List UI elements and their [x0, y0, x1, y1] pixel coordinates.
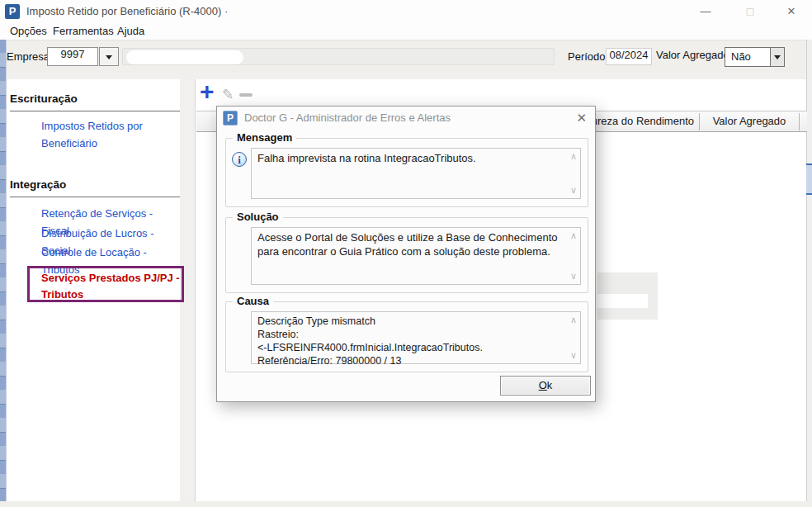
info-icon: i: [232, 152, 247, 167]
solucao-text: Acesse o Portal de Soluções e utilize a …: [257, 230, 562, 258]
sidebar-item-servicos-prestados[interactable]: Serviços Prestados PJ/PJ - Tributos: [41, 270, 180, 303]
filter-toolbar: Empresa: 9997 Período: 08/2024 Valor Agr…: [0, 40, 812, 73]
ok-button-rest: k: [547, 379, 553, 391]
menu-ferramentas[interactable]: Ferramentas: [53, 23, 114, 40]
valor-agregado-select[interactable]: Não: [725, 47, 785, 67]
group-solucao: Solução Acesse o Portal de Soluções e ut…: [225, 217, 588, 293]
section-title-integracao: Integração: [10, 178, 66, 191]
background-remnant-field: [597, 294, 648, 308]
dialog-title-bar: P Doctor G - Administrador de Erros e Al…: [217, 107, 595, 130]
remove-icon[interactable]: [239, 93, 253, 97]
periodo-input[interactable]: 08/2024: [606, 48, 652, 65]
scroll-up-icon[interactable]: ∧: [570, 231, 577, 240]
section-title-escrituracao: Escrituração: [10, 92, 78, 105]
dialog-title: Doctor G - Administrador de Erros e Aler…: [244, 107, 451, 130]
group-causa: Causa Descrição Type mismatch Rastreio: …: [225, 301, 588, 372]
scroll-up-icon[interactable]: ∧: [570, 315, 577, 325]
causa-text: Descrição Type mismatch Rastreio: <-LFSR…: [257, 315, 562, 367]
valor-agregado-value: Não: [731, 48, 751, 66]
minimize-button[interactable]: —: [688, 0, 723, 23]
background-remnant: [597, 272, 658, 320]
mensagem-field[interactable]: Falha imprevista na rotina IntegracaoTri…: [251, 148, 581, 199]
error-dialog: P Doctor G - Administrador de Erros e Al…: [216, 106, 596, 402]
column-header-valor-agregado[interactable]: Valor Agregado: [700, 111, 799, 131]
group-label: Solução: [233, 211, 283, 223]
mensagem-text: Falha imprevista na rotina IntegracaoTri…: [257, 151, 562, 165]
background-window-edge: [0, 40, 7, 507]
edit-pencil-icon[interactable]: ✎: [222, 86, 234, 103]
scroll-down-icon[interactable]: ∨: [570, 186, 577, 195]
right-scroll-strip: [806, 40, 812, 507]
empresa-nome-field[interactable]: [122, 48, 555, 65]
sidebar: Escrituração Impostos Retidos por Benefi…: [7, 79, 180, 501]
empresa-dropdown-button[interactable]: [99, 47, 119, 66]
group-label: Causa: [233, 295, 273, 307]
menu-bar: Opções Ferramentas Ajuda: [0, 23, 812, 40]
menu-ajuda[interactable]: Ajuda: [117, 23, 144, 40]
close-button[interactable]: ✕: [774, 0, 809, 23]
scroll-down-icon[interactable]: ∨: [570, 272, 577, 281]
empresa-input[interactable]: 9997: [47, 47, 98, 66]
menu-opcoes[interactable]: Opções: [10, 23, 47, 40]
divider: [10, 197, 180, 197]
scroll-down-icon[interactable]: ∨: [570, 351, 577, 360]
add-icon[interactable]: +: [200, 79, 215, 104]
sidebar-item-impostos-retidos[interactable]: Impostos Retidos por Beneficiário: [41, 117, 177, 152]
redacted-text: [126, 50, 243, 64]
valor-agregado-dropdown-button[interactable]: [770, 48, 784, 66]
group-mensagem: Mensagem i Falha imprevista na rotina In…: [225, 138, 588, 207]
highlight-annotation-box: Serviços Prestados PJ/PJ - Tributos: [27, 266, 184, 302]
group-label: Mensagem: [233, 131, 296, 144]
ok-button-accel: O: [539, 379, 547, 391]
application-window: P Imposto Retido por Beneficiário (R-400…: [0, 0, 812, 507]
dialog-logo-icon: P: [223, 111, 238, 126]
periodo-label: Período:: [568, 40, 608, 73]
causa-field[interactable]: Descrição Type mismatch Rastreio: <-LFSR…: [251, 311, 581, 364]
column-separator[interactable]: [799, 113, 800, 130]
divider: [10, 111, 180, 111]
chevron-down-icon: [774, 55, 781, 59]
chevron-down-icon: [106, 55, 112, 59]
solucao-field[interactable]: Acesse o Portal de Soluções e utilize a …: [251, 227, 581, 285]
scroll-up-icon[interactable]: ∧: [570, 152, 577, 161]
valor-agregado-label: Valor Agregado:: [656, 40, 732, 70]
ok-button[interactable]: Ok: [500, 376, 591, 396]
title-bar: P Imposto Retido por Beneficiário (R-400…: [0, 0, 812, 23]
maximize-button[interactable]: ◻: [733, 0, 767, 23]
dialog-close-icon[interactable]: ✕: [576, 107, 587, 130]
right-scroll-thumb[interactable]: [806, 163, 812, 195]
app-logo-icon: P: [5, 4, 20, 19]
bottom-strip: [0, 501, 812, 507]
window-title: Imposto Retido por Beneficiário (R-4000)…: [26, 0, 228, 23]
empresa-label: Empresa:: [7, 40, 53, 73]
